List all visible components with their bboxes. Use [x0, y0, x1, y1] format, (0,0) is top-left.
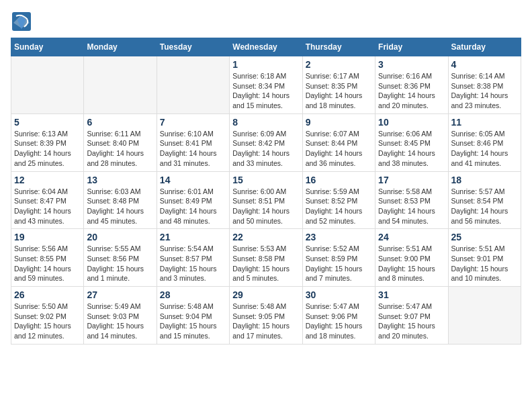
calendar-table: SundayMondayTuesdayWednesdayThursdayFrid…: [11, 38, 521, 345]
day-number: 6: [87, 117, 153, 128]
day-info: Sunrise: 6:10 AMSunset: 8:41 PMDaylight:…: [160, 129, 226, 169]
calendar-cell: 26Sunrise: 5:50 AMSunset: 9:02 PMDayligh…: [11, 287, 84, 345]
weekday-header-wednesday: Wednesday: [230, 38, 302, 56]
calendar-cell: 3Sunrise: 6:16 AMSunset: 8:36 PMDaylight…: [375, 56, 448, 114]
calendar-cell: 25Sunrise: 5:51 AMSunset: 9:01 PMDayligh…: [448, 229, 521, 287]
day-info: Sunrise: 5:53 AMSunset: 8:58 PMDaylight:…: [232, 244, 299, 283]
day-info: Sunrise: 6:17 AMSunset: 8:35 PMDaylight:…: [306, 71, 372, 111]
calendar-cell: 10Sunrise: 6:06 AMSunset: 8:45 PMDayligh…: [375, 113, 448, 171]
calendar-cell: [448, 287, 521, 345]
calendar-cell: 13Sunrise: 6:03 AMSunset: 8:48 PMDayligh…: [84, 171, 157, 229]
calendar-cell: 21Sunrise: 5:54 AMSunset: 8:57 PMDayligh…: [157, 229, 229, 287]
calendar-cell: 11Sunrise: 6:05 AMSunset: 8:46 PMDayligh…: [448, 113, 521, 171]
calendar-cell: 14Sunrise: 6:01 AMSunset: 8:49 PMDayligh…: [157, 171, 229, 229]
day-info: Sunrise: 5:56 AMSunset: 8:55 PMDaylight:…: [14, 244, 81, 283]
day-number: 18: [451, 175, 518, 185]
calendar-week-5: 26Sunrise: 5:50 AMSunset: 9:02 PMDayligh…: [11, 287, 521, 345]
day-number: 1: [232, 59, 299, 70]
day-number: 20: [87, 232, 153, 242]
calendar-cell: [157, 56, 229, 114]
calendar-cell: 4Sunrise: 6:14 AMSunset: 8:38 PMDaylight…: [448, 56, 521, 114]
day-number: 21: [160, 232, 226, 242]
day-info: Sunrise: 6:09 AMSunset: 8:42 PMDaylight:…: [232, 129, 299, 169]
day-info: Sunrise: 5:49 AMSunset: 9:03 PMDaylight:…: [87, 302, 153, 341]
page-header: [11, 11, 521, 32]
day-number: 12: [14, 175, 81, 185]
calendar-cell: 8Sunrise: 6:09 AMSunset: 8:42 PMDaylight…: [230, 113, 302, 171]
day-info: Sunrise: 5:58 AMSunset: 8:53 PMDaylight:…: [378, 187, 445, 226]
logo: [11, 11, 32, 32]
weekday-header-monday: Monday: [84, 38, 157, 56]
calendar-week-3: 12Sunrise: 6:04 AMSunset: 8:47 PMDayligh…: [11, 171, 521, 229]
day-number: 5: [14, 117, 81, 128]
calendar-week-2: 5Sunrise: 6:13 AMSunset: 8:39 PMDaylight…: [11, 113, 521, 171]
day-number: 4: [451, 59, 518, 70]
calendar-cell: 28Sunrise: 5:48 AMSunset: 9:04 PMDayligh…: [157, 287, 229, 345]
day-info: Sunrise: 6:11 AMSunset: 8:40 PMDaylight:…: [87, 129, 153, 169]
day-info: Sunrise: 5:57 AMSunset: 8:54 PMDaylight:…: [451, 187, 518, 226]
day-number: 10: [378, 117, 445, 128]
calendar-cell: 6Sunrise: 6:11 AMSunset: 8:40 PMDaylight…: [84, 113, 157, 171]
day-info: Sunrise: 6:07 AMSunset: 8:44 PMDaylight:…: [306, 129, 372, 169]
weekday-header-tuesday: Tuesday: [157, 38, 229, 56]
day-info: Sunrise: 5:51 AMSunset: 9:01 PMDaylight:…: [451, 244, 518, 283]
day-info: Sunrise: 5:51 AMSunset: 9:00 PMDaylight:…: [378, 244, 445, 283]
weekday-header-thursday: Thursday: [302, 38, 375, 56]
calendar-cell: 17Sunrise: 5:58 AMSunset: 8:53 PMDayligh…: [375, 171, 448, 229]
day-number: 27: [87, 289, 153, 300]
day-info: Sunrise: 6:14 AMSunset: 8:38 PMDaylight:…: [451, 71, 518, 111]
day-number: 15: [232, 175, 299, 185]
day-number: 24: [378, 232, 445, 242]
day-number: 17: [378, 175, 445, 185]
day-info: Sunrise: 6:00 AMSunset: 8:51 PMDaylight:…: [232, 187, 299, 226]
day-info: Sunrise: 6:16 AMSunset: 8:36 PMDaylight:…: [378, 71, 445, 111]
day-number: 11: [451, 117, 518, 128]
calendar-cell: 1Sunrise: 6:18 AMSunset: 8:34 PMDaylight…: [230, 56, 302, 114]
day-number: 7: [160, 117, 226, 128]
day-info: Sunrise: 5:47 AMSunset: 9:06 PMDaylight:…: [306, 302, 372, 341]
calendar-cell: 2Sunrise: 6:17 AMSunset: 8:35 PMDaylight…: [302, 56, 375, 114]
day-number: 14: [160, 175, 226, 185]
calendar-cell: 29Sunrise: 5:48 AMSunset: 9:05 PMDayligh…: [230, 287, 302, 345]
day-number: 2: [306, 59, 372, 70]
calendar-cell: 19Sunrise: 5:56 AMSunset: 8:55 PMDayligh…: [11, 229, 84, 287]
calendar-cell: [84, 56, 157, 114]
day-number: 19: [14, 232, 81, 242]
calendar-cell: 30Sunrise: 5:47 AMSunset: 9:06 PMDayligh…: [302, 287, 375, 345]
calendar-week-4: 19Sunrise: 5:56 AMSunset: 8:55 PMDayligh…: [11, 229, 521, 287]
day-number: 25: [451, 232, 518, 242]
calendar-cell: 5Sunrise: 6:13 AMSunset: 8:39 PMDaylight…: [11, 113, 84, 171]
day-number: 29: [232, 289, 299, 300]
day-number: 31: [378, 289, 445, 300]
calendar-cell: 23Sunrise: 5:52 AMSunset: 8:59 PMDayligh…: [302, 229, 375, 287]
day-number: 3: [378, 59, 445, 70]
day-number: 23: [306, 232, 372, 242]
calendar-week-1: 1Sunrise: 6:18 AMSunset: 8:34 PMDaylight…: [11, 56, 521, 114]
day-number: 8: [232, 117, 299, 128]
day-info: Sunrise: 6:18 AMSunset: 8:34 PMDaylight:…: [232, 71, 299, 111]
day-info: Sunrise: 6:13 AMSunset: 8:39 PMDaylight:…: [14, 129, 81, 169]
calendar-cell: 7Sunrise: 6:10 AMSunset: 8:41 PMDaylight…: [157, 113, 229, 171]
day-info: Sunrise: 6:03 AMSunset: 8:48 PMDaylight:…: [87, 187, 153, 226]
weekday-header-friday: Friday: [375, 38, 448, 56]
calendar-cell: 9Sunrise: 6:07 AMSunset: 8:44 PMDaylight…: [302, 113, 375, 171]
calendar-cell: 16Sunrise: 5:59 AMSunset: 8:52 PMDayligh…: [302, 171, 375, 229]
day-info: Sunrise: 5:59 AMSunset: 8:52 PMDaylight:…: [306, 187, 372, 226]
calendar-cell: 22Sunrise: 5:53 AMSunset: 8:58 PMDayligh…: [230, 229, 302, 287]
day-number: 16: [306, 175, 372, 185]
calendar-cell: 20Sunrise: 5:55 AMSunset: 8:56 PMDayligh…: [84, 229, 157, 287]
weekday-header-sunday: Sunday: [11, 38, 84, 56]
calendar-cell: 24Sunrise: 5:51 AMSunset: 9:00 PMDayligh…: [375, 229, 448, 287]
day-info: Sunrise: 6:01 AMSunset: 8:49 PMDaylight:…: [160, 187, 226, 226]
calendar-header: SundayMondayTuesdayWednesdayThursdayFrid…: [11, 38, 521, 56]
calendar-cell: 31Sunrise: 5:47 AMSunset: 9:07 PMDayligh…: [375, 287, 448, 345]
day-info: Sunrise: 6:05 AMSunset: 8:46 PMDaylight:…: [451, 129, 518, 169]
day-info: Sunrise: 5:47 AMSunset: 9:07 PMDaylight:…: [378, 302, 445, 341]
day-number: 22: [232, 232, 299, 242]
day-info: Sunrise: 5:50 AMSunset: 9:02 PMDaylight:…: [14, 302, 81, 341]
day-info: Sunrise: 5:55 AMSunset: 8:56 PMDaylight:…: [87, 244, 153, 283]
day-info: Sunrise: 5:48 AMSunset: 9:04 PMDaylight:…: [160, 302, 226, 341]
calendar-cell: 12Sunrise: 6:04 AMSunset: 8:47 PMDayligh…: [11, 171, 84, 229]
calendar-cell: [11, 56, 84, 114]
calendar-cell: 27Sunrise: 5:49 AMSunset: 9:03 PMDayligh…: [84, 287, 157, 345]
